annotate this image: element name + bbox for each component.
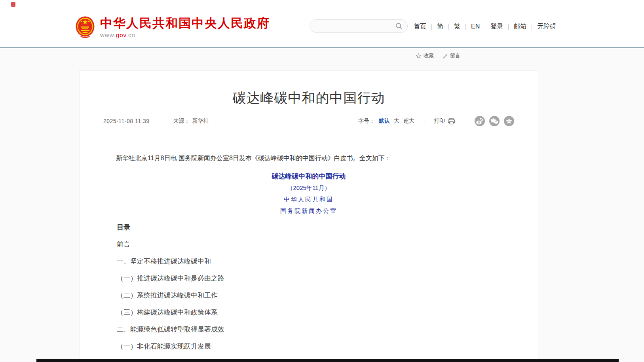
toc-heading: 目录 xyxy=(103,222,514,233)
page-actions: 收藏 留言 xyxy=(416,52,460,59)
site-logo-link[interactable]: 中华人民共和国中央人民政府 www.gov.cn xyxy=(76,16,270,38)
nav-english[interactable]: EN xyxy=(466,23,485,30)
page-title: 碳达峰碳中和的中国行动 xyxy=(103,88,514,107)
pencil-icon xyxy=(443,53,448,59)
toc-item: （二）系统推进碳达峰碳中和工作 xyxy=(103,290,514,301)
meta-separator xyxy=(465,118,465,124)
nav-login[interactable]: 登录 xyxy=(485,23,508,31)
toc-item: （三）构建碳达峰碳中和政策体系 xyxy=(103,307,514,318)
publish-date: 2025-11-08 11:39 xyxy=(103,118,149,124)
article-meta-row: 2025-11-08 11:39 来源： 新华社 字号： 默认 大 超大 打印 xyxy=(103,116,514,126)
font-size-large[interactable]: 大 xyxy=(394,118,399,125)
nav-accessibility[interactable]: 无障碍 xyxy=(532,23,561,31)
document-date: （2025年11月） xyxy=(103,184,514,192)
printer-icon xyxy=(448,118,455,125)
corner-mark xyxy=(11,2,15,7)
document-author-line1: 中华人民共和国 xyxy=(103,195,514,204)
print-button[interactable]: 打印 xyxy=(434,118,455,125)
meta-separator xyxy=(424,118,424,124)
article-body: 新华社北京11月8日电 国务院新闻办公室8日发布《碳达峰碳中和的中国行动》白皮书… xyxy=(103,154,514,352)
bottom-edge-bar xyxy=(36,359,619,362)
wechat-share-icon[interactable] xyxy=(489,116,500,126)
star-outline-icon xyxy=(416,53,422,59)
toc-item: 一、坚定不移推进碳达峰碳中和 xyxy=(103,256,514,267)
toc-item: （一）非化石能源实现跃升发展 xyxy=(103,341,514,352)
meta-divider xyxy=(103,131,514,131)
national-emblem-icon xyxy=(76,16,95,38)
document-title: 碳达峰碳中和的中国行动 xyxy=(103,172,514,181)
search-icon[interactable] xyxy=(395,22,403,30)
site-title: 中华人民共和国中央人民政府 xyxy=(100,16,270,30)
source-label: 来源： xyxy=(173,118,190,125)
document-author-line2: 国务院新闻办公室 xyxy=(103,207,514,215)
favorite-button[interactable]: 收藏 xyxy=(416,52,434,59)
toc-item: （一）推进碳达峰碳中和是必由之路 xyxy=(103,273,514,284)
share-group xyxy=(475,116,514,126)
source-value[interactable]: 新华社 xyxy=(192,118,209,125)
toc-item: 二、能源绿色低碳转型取得显著成效 xyxy=(103,324,514,335)
site-header: 中华人民共和国中央人民政府 www.gov.cn 首页 简 繁 EN 登录 邮箱… xyxy=(0,0,644,48)
nav-traditional[interactable]: 繁 xyxy=(449,23,465,31)
more-share-icon[interactable] xyxy=(504,116,514,126)
weibo-share-icon[interactable] xyxy=(475,116,485,126)
top-nav: 首页 简 繁 EN 登录 邮箱 无障碍 xyxy=(414,22,561,31)
search-input[interactable] xyxy=(316,23,395,29)
comment-button[interactable]: 留言 xyxy=(443,52,460,59)
search-box xyxy=(310,19,408,33)
article-card: 碳达峰碳中和的中国行动 2025-11-08 11:39 来源： 新华社 字号：… xyxy=(79,70,538,362)
font-size-default[interactable]: 默认 xyxy=(379,118,390,125)
site-url: www.gov.cn xyxy=(100,32,270,38)
nav-simplified[interactable]: 简 xyxy=(432,23,448,31)
nav-home[interactable]: 首页 xyxy=(414,23,431,31)
font-size-label: 字号： xyxy=(358,118,375,125)
lead-paragraph: 新华社北京11月8日电 国务院新闻办公室8日发布《碳达峰碳中和的中国行动》白皮书… xyxy=(103,154,514,163)
font-size-xlarge[interactable]: 超大 xyxy=(403,118,414,125)
article-meta-controls: 字号： 默认 大 超大 打印 xyxy=(358,116,514,126)
toc-item: 前言 xyxy=(103,239,514,250)
article-meta-left: 2025-11-08 11:39 来源： 新华社 xyxy=(103,118,209,125)
nav-mail[interactable]: 邮箱 xyxy=(509,23,532,31)
